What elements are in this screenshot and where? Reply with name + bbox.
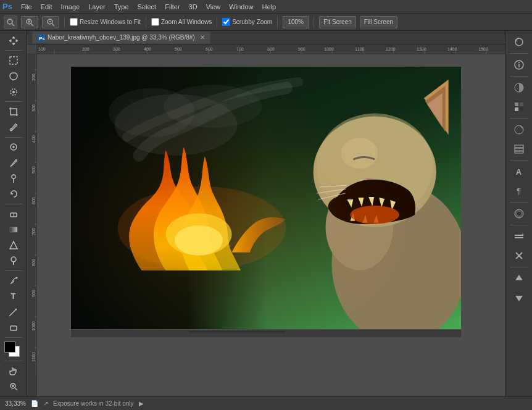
swatches-panel-icon[interactable] [510, 98, 528, 115]
svg-rect-126 [515, 237, 523, 238]
menu-type[interactable]: Type [110, 2, 133, 12]
status-arrow[interactable]: ▶ [139, 400, 144, 407]
expand-icon[interactable] [510, 270, 528, 287]
panel-right: A ¶ [505, 31, 532, 396]
tool-quick-select[interactable] [6, 85, 21, 99]
svg-text:900: 900 [298, 47, 305, 51]
tool-shape[interactable] [6, 320, 21, 335]
tool-lasso[interactable] [6, 69, 21, 83]
menu-layer[interactable]: Layer [85, 2, 109, 12]
layers-panel-icon[interactable] [510, 140, 528, 157]
tool-history-brush[interactable] [6, 187, 21, 201]
svg-line-1 [12, 23, 15, 26]
foreground-color-swatch[interactable] [4, 341, 15, 353]
horizontal-scrollbar[interactable] [71, 330, 461, 337]
svg-text:1400: 1400 [447, 47, 457, 51]
tool-brush[interactable] [6, 156, 21, 170]
menu-3d[interactable]: 3D [185, 2, 201, 12]
tool-spot-heal[interactable] [6, 140, 21, 154]
resize-windows-checkbox[interactable] [70, 18, 78, 26]
ruler-ticks-vertical: 200 300 400 500 600 700 800 900 1000 110… [27, 54, 37, 375]
menu-select[interactable]: Select [134, 2, 160, 12]
tool-pen[interactable] [6, 274, 21, 288]
3d-panel-icon[interactable] [510, 205, 528, 222]
misc-panel-icon-1[interactable] [510, 228, 528, 245]
svg-text:1000: 1000 [324, 47, 334, 51]
tool-path-select[interactable] [6, 305, 21, 319]
paragraph-panel-icon[interactable]: ¶ [510, 182, 528, 199]
resize-windows-check[interactable]: Resize Windows to Fit [70, 18, 141, 26]
svg-text:200: 200 [31, 73, 36, 81]
document-tab[interactable]: Ps Nabor_kreativnyh_oboev_139.jpg @ 33,3… [32, 31, 210, 44]
canvas-area: Ps Nabor_kreativnyh_oboev_139.jpg @ 33,3… [27, 31, 505, 396]
zoom-magnifier-icon [6, 17, 15, 27]
menu-edit[interactable]: Edit [37, 2, 56, 12]
tool-marquee[interactable] [6, 53, 21, 67]
separator-5 [314, 17, 314, 28]
svg-text:900: 900 [31, 290, 36, 297]
zoom-out-button[interactable] [42, 16, 59, 28]
tool-dodge[interactable] [6, 254, 21, 268]
cat-body-svg [258, 67, 461, 329]
collapse-icon[interactable] [510, 289, 528, 306]
svg-point-12 [12, 91, 15, 93]
status-bar: 33,33% 📄 ↗ Exposure works in 32-bit only… [0, 396, 532, 410]
svg-point-17 [12, 175, 15, 178]
fill-screen-button[interactable]: Fill Screen [360, 16, 397, 28]
zoom-in-button[interactable] [21, 16, 38, 28]
menu-filter[interactable]: Filter [161, 2, 183, 12]
svg-text:1300: 1300 [417, 47, 426, 51]
canvas-content[interactable] [37, 54, 505, 396]
share-icon-status[interactable]: ↗ [43, 400, 48, 407]
zoom-all-check[interactable]: Zoom All Windows [151, 18, 212, 26]
tool-crop[interactable] [6, 104, 21, 119]
svg-line-29 [15, 388, 17, 391]
adjustments-panel-icon[interactable] [510, 121, 528, 138]
panel-sep-7 [510, 267, 528, 267]
type-panel-icon[interactable]: A [510, 163, 528, 180]
tool-eraser[interactable] [6, 207, 21, 221]
tool-move[interactable] [6, 33, 21, 48]
ruler-corner [27, 44, 37, 54]
close-tab-button[interactable]: ✕ [200, 34, 205, 41]
zoom-all-checkbox[interactable] [151, 18, 159, 26]
panel-sep-6 [510, 225, 528, 225]
svg-rect-120 [515, 145, 523, 148]
menu-items: File Edit Image Layer Type Select Filter… [17, 2, 280, 12]
svg-marker-127 [522, 233, 524, 235]
tool-type[interactable]: T [6, 289, 21, 303]
misc-panel-icon-2[interactable] [510, 247, 528, 264]
scrubby-zoom-label: Scrubby Zoom [232, 19, 272, 25]
svg-point-124 [517, 211, 522, 216]
menu-window[interactable]: Window [225, 2, 257, 12]
tool-blur[interactable] [6, 238, 21, 252]
zoom-value-input[interactable] [283, 16, 309, 28]
ps-doc-icon: Ps [38, 34, 45, 41]
svg-text:700: 700 [236, 47, 244, 51]
svg-rect-117 [515, 107, 518, 111]
menu-image[interactable]: Image [57, 2, 84, 12]
svg-point-104 [351, 206, 400, 224]
scrollbar-thumb-h[interactable] [188, 332, 286, 332]
menu-file[interactable]: File [17, 2, 36, 12]
tool-clone-stamp[interactable] [6, 171, 21, 185]
menu-help[interactable]: Help [258, 2, 280, 12]
svg-line-7 [52, 23, 54, 26]
rotate-view-icon[interactable] [510, 33, 528, 51]
menu-view[interactable]: View [202, 2, 225, 12]
color-swatches[interactable] [4, 341, 23, 357]
svg-rect-122 [515, 151, 523, 153]
tool-sep-3 [4, 137, 23, 138]
info-panel-icon[interactable] [510, 56, 528, 73]
tool-zoom[interactable] [6, 380, 21, 394]
color-panel-icon[interactable] [510, 79, 528, 96]
svg-point-96 [175, 225, 223, 256]
tool-hand[interactable] [6, 364, 21, 378]
tool-eyedropper[interactable] [6, 120, 21, 134]
fit-screen-button[interactable]: Fit Screen [319, 16, 356, 28]
toolbar-left: T [0, 31, 27, 396]
separator-4 [277, 17, 278, 28]
scrubby-zoom-check[interactable]: Scrubby Zoom [222, 18, 272, 26]
tool-gradient[interactable] [6, 222, 21, 236]
scrubby-zoom-checkbox[interactable] [222, 18, 230, 26]
